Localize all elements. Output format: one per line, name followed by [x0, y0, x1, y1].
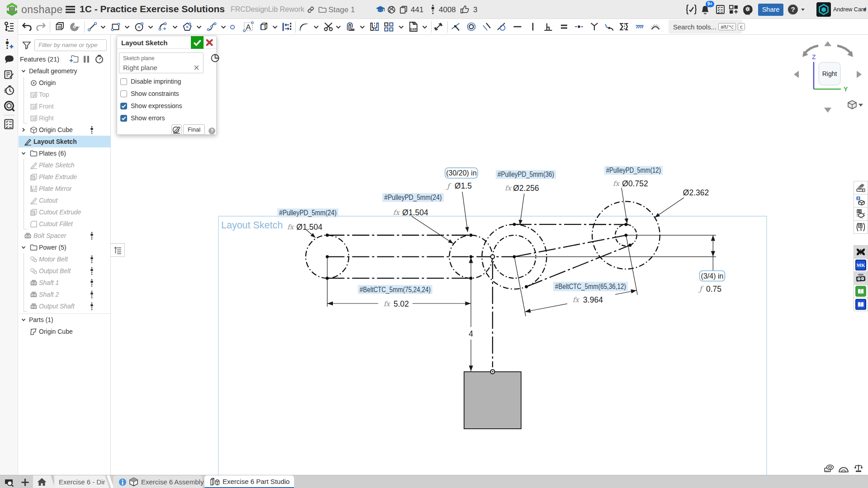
checkbox-show-errors[interactable]: Show errors [120, 114, 211, 122]
like-icon[interactable] [460, 5, 469, 14]
export-dxf-button[interactable]: DXF [408, 21, 418, 32]
tape-measure-icon[interactable] [824, 464, 834, 473]
protractor-icon[interactable] [838, 464, 849, 473]
rotate-down-arrow[interactable] [824, 108, 831, 113]
main-menu-icon[interactable] [66, 6, 75, 13]
symmetric-constraint-button[interactable] [619, 22, 629, 32]
spline-tool-caret[interactable] [221, 25, 226, 29]
bom-panel-icon[interactable] [4, 119, 14, 129]
dialog-accept-button[interactable] [191, 36, 204, 49]
pattern-tool-caret[interactable] [398, 25, 404, 29]
link-icon[interactable] [307, 6, 314, 13]
line-tool-caret[interactable] [100, 25, 106, 29]
dialog-header[interactable]: Layout Sketch [117, 36, 216, 49]
tree-item-parts-section[interactable]: Parts (1) [19, 314, 111, 326]
point-tool-button[interactable] [229, 24, 236, 30]
filter-icon[interactable] [23, 42, 31, 49]
final-button[interactable]: Final [183, 124, 205, 135]
feature-list-toggle-icon[interactable] [4, 21, 14, 32]
onshape-logo-text[interactable]: onshape [21, 4, 63, 16]
user-name[interactable]: Andrew Card [833, 6, 866, 13]
tree-item-origin-cube[interactable]: Origin Cube [19, 124, 111, 136]
versions-panel-icon[interactable] [4, 38, 14, 49]
sketch-viewport[interactable]: Layout Sketch [111, 35, 868, 475]
rotate-cw-arrow[interactable] [837, 46, 853, 57]
tree-item-shaft-2[interactable]: Shaft 2 [19, 289, 111, 300]
suppress-rollback-icon[interactable] [83, 56, 90, 63]
rotate-ccw-arrow[interactable] [802, 46, 818, 57]
help-icon[interactable]: ? [788, 5, 798, 14]
tree-item-output-shaft[interactable]: Output Shaft [19, 300, 111, 312]
app-butterfly-button[interactable] [854, 245, 868, 259]
use-tool-caret[interactable] [272, 25, 278, 29]
redo-button[interactable] [36, 22, 46, 32]
gearbox-rect[interactable] [464, 372, 521, 429]
partstudio-tab[interactable]: Exercise 6 Part Studio [204, 475, 294, 488]
appearance-panel-button[interactable] [854, 181, 868, 194]
revolve-tool-button[interactable] [69, 22, 80, 32]
version-dots-icon[interactable] [90, 267, 94, 275]
dialog-help-icon[interactable]: ? [209, 128, 215, 134]
tree-item-bolt-spacer[interactable]: Bolt Spacer [19, 230, 111, 242]
learning-icon[interactable] [743, 5, 753, 15]
checkbox-disable-imprinting[interactable]: Disable imprinting [120, 78, 211, 85]
tasks-icon[interactable] [716, 5, 725, 14]
curvature-constraint-button[interactable] [604, 22, 614, 32]
import-offset-tool-button[interactable] [282, 22, 292, 32]
line-tool-button[interactable] [87, 22, 97, 32]
share-button[interactable]: Share [758, 4, 783, 16]
display-states-panel-button[interactable] [854, 207, 868, 221]
trim-tool-button[interactable] [323, 22, 333, 32]
rotate-up-arrow[interactable] [824, 41, 831, 46]
tree-item-right-plane[interactable]: Right [19, 112, 111, 124]
tree-item-cutout[interactable]: Cutout [19, 194, 111, 206]
undo-button[interactable] [22, 22, 32, 32]
version-dots-icon[interactable] [90, 279, 94, 287]
filter-input[interactable]: Filter by name or type [34, 39, 107, 51]
tree-item-plate-extrude[interactable]: Plate Extrude [19, 171, 111, 183]
checkbox-icon[interactable] [120, 103, 127, 109]
offset-tool-button[interactable] [346, 22, 356, 32]
app-store-icon[interactable] [729, 5, 738, 14]
new-tab-button[interactable] [21, 478, 29, 487]
chevron-down-icon[interactable] [21, 317, 26, 322]
use-project-tool-button[interactable] [258, 22, 268, 32]
normal-constraint-button[interactable] [589, 22, 599, 32]
midpoint-constraint-button[interactable] [574, 22, 584, 32]
version-dots-icon[interactable] [90, 290, 94, 298]
help-caret-icon[interactable] [801, 9, 805, 11]
app-bluebook-button[interactable] [854, 298, 868, 311]
trim-tool-caret[interactable] [336, 25, 341, 29]
tree-item-plate-sketch[interactable]: Plate Sketch [19, 159, 111, 171]
view-options-cube-icon[interactable] [848, 101, 856, 109]
horizontal-constraint-button[interactable] [512, 22, 522, 32]
view-cube-face[interactable]: Right [818, 62, 841, 85]
tree-item-cutout-fillet[interactable]: Cutout Fillet [19, 218, 111, 230]
checkbox-icon[interactable] [120, 115, 127, 122]
chevron-right-icon[interactable] [21, 128, 26, 132]
pulley-circles[interactable] [306, 201, 660, 289]
assembly-tab[interactable]: Exercise 6 Assembly [113, 475, 202, 488]
measure-tool-button[interactable] [433, 22, 443, 32]
tree-item-origin[interactable]: Origin [19, 77, 111, 89]
spline-tool-button[interactable] [207, 22, 217, 32]
checkbox-icon[interactable] [120, 90, 127, 97]
rotate-left-arrow[interactable] [794, 71, 799, 78]
polygon-tool-button[interactable] [182, 22, 192, 32]
mate-connector-icon[interactable] [211, 54, 219, 62]
featurescript-icon[interactable] [686, 4, 697, 15]
tree-item-layout-sketch[interactable]: Layout Sketch [19, 136, 111, 147]
copies-icon[interactable] [400, 6, 408, 14]
chevron-down-icon[interactable] [21, 69, 26, 73]
user-caret-icon[interactable] [863, 9, 867, 11]
part-origin-point[interactable] [490, 370, 494, 374]
parallel-constraint-button[interactable] [482, 22, 492, 32]
rollback-history-icon[interactable] [95, 55, 104, 63]
concentric-constraint-button[interactable] [466, 22, 476, 32]
checkbox-show-expressions[interactable]: Show expressions [120, 102, 211, 109]
tree-item-shaft-1[interactable]: Shaft 1 [19, 277, 111, 289]
tree-item-front-plane[interactable]: Front [19, 100, 111, 112]
pattern-tool-button[interactable] [384, 22, 394, 32]
rotate-right-arrow[interactable] [857, 71, 862, 78]
rectangle-tool-caret[interactable] [124, 25, 130, 29]
